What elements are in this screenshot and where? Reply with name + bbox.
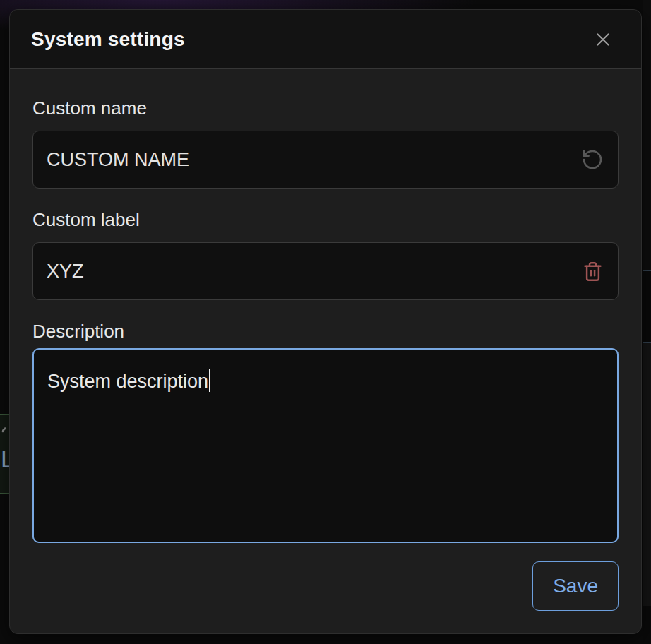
close-icon [592,29,614,50]
description-text: System description [47,371,208,392]
background-panel-segment [643,606,651,644]
background-partial-icon [0,425,9,441]
custom-name-label: Custom name [32,96,619,120]
background-left-sliver: L [0,0,9,644]
background-panel-segment [643,271,651,342]
custom-name-input[interactable] [32,131,619,189]
background-panel-segment [643,343,651,606]
dialog-header: System settings [10,10,641,69]
delete-custom-label-button[interactable] [578,256,607,286]
system-settings-dialog: System settings Custom name Custo [9,9,642,634]
save-button[interactable]: Save [532,561,619,611]
text-cursor [209,369,210,392]
background-partial-text: L [1,445,9,473]
custom-label-field [32,242,619,300]
rotate-ccw-icon [581,148,604,171]
description-textarea[interactable]: System description [32,348,619,543]
dialog-body: Custom name Custom label [10,69,641,634]
description-label: Description [32,319,619,343]
trash-icon [582,261,604,282]
dialog-footer: Save [32,561,619,611]
custom-label-input[interactable] [32,242,619,300]
background-right-sliver [643,0,651,644]
custom-name-field [32,131,619,189]
background-partial-card: L [0,414,9,494]
background-panel-segment [643,0,651,270]
dialog-title: System settings [31,28,185,51]
close-button[interactable] [590,27,616,52]
custom-label-label: Custom label [32,208,619,232]
reset-custom-name-button[interactable] [578,145,607,174]
